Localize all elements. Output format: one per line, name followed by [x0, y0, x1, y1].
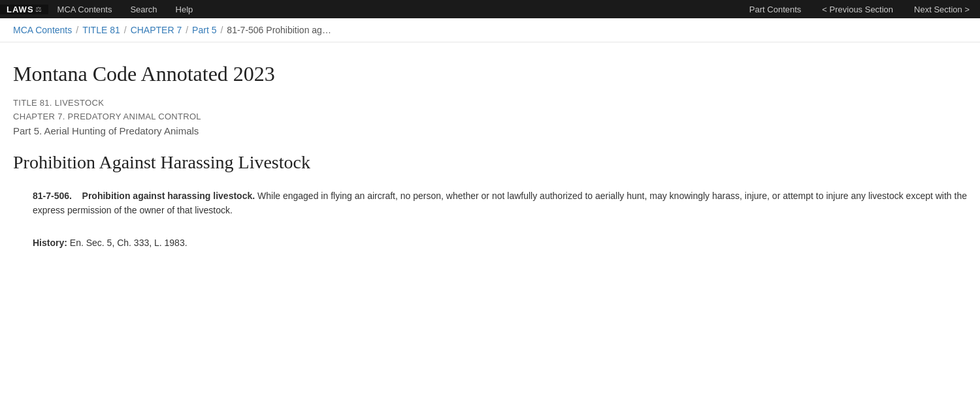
part-title: Part 5. Aerial Hunting of Predatory Anim…	[13, 125, 967, 136]
nav-left: LAWS ⚖ MCA Contents Search Help	[0, 5, 739, 14]
next-section-link[interactable]: Next Section >	[904, 0, 980, 18]
breadcrumb-title[interactable]: TITLE 81	[82, 25, 120, 35]
part-contents-link[interactable]: Part Contents	[739, 0, 812, 18]
breadcrumb-chapter[interactable]: CHAPTER 7	[131, 25, 182, 35]
section-body: 81-7-506. Prohibition against harassing …	[13, 189, 967, 218]
breadcrumb-sep-1: /	[76, 25, 78, 35]
breadcrumb-part[interactable]: Part 5	[192, 25, 216, 35]
section-heading: Prohibition Against Harassing Livestock	[13, 152, 967, 173]
history-label: History:	[33, 238, 67, 248]
breadcrumb-mca[interactable]: MCA Contents	[13, 25, 72, 35]
section-label: Prohibition against harassing livestock.	[82, 191, 255, 201]
breadcrumb-current: 81-7-506 Prohibition ag…	[227, 25, 331, 35]
page-title: Montana Code Annotated 2023	[13, 62, 967, 86]
prev-section-link[interactable]: < Previous Section	[811, 0, 904, 18]
history-value: En. Sec. 5, Ch. 333, L. 1983.	[70, 238, 188, 248]
nav-mca-contents[interactable]: MCA Contents	[48, 5, 122, 14]
nav-help[interactable]: Help	[167, 5, 203, 14]
nav-right: Part Contents < Previous Section Next Se…	[739, 0, 980, 18]
logo-icon: ⚖	[35, 5, 42, 14]
logo-text: LAWS	[7, 5, 34, 14]
breadcrumb: MCA Contents / TITLE 81 / CHAPTER 7 / Pa…	[0, 18, 980, 42]
logo-area: LAWS ⚖	[0, 5, 48, 14]
subtitle2: CHAPTER 7. PREDATORY ANIMAL CONTROL	[13, 112, 967, 121]
section-number: 81-7-506.	[33, 191, 72, 201]
breadcrumb-sep-3: /	[186, 25, 188, 35]
top-nav: LAWS ⚖ MCA Contents Search Help Part Con…	[0, 0, 980, 18]
breadcrumb-sep-4: /	[220, 25, 223, 35]
history-block: History: En. Sec. 5, Ch. 333, L. 1983.	[13, 238, 967, 248]
nav-search[interactable]: Search	[121, 5, 166, 14]
main-content: Montana Code Annotated 2023 TITLE 81. LI…	[0, 42, 980, 274]
subtitle1: TITLE 81. LIVESTOCK	[13, 98, 967, 108]
breadcrumb-sep-2: /	[124, 25, 127, 35]
